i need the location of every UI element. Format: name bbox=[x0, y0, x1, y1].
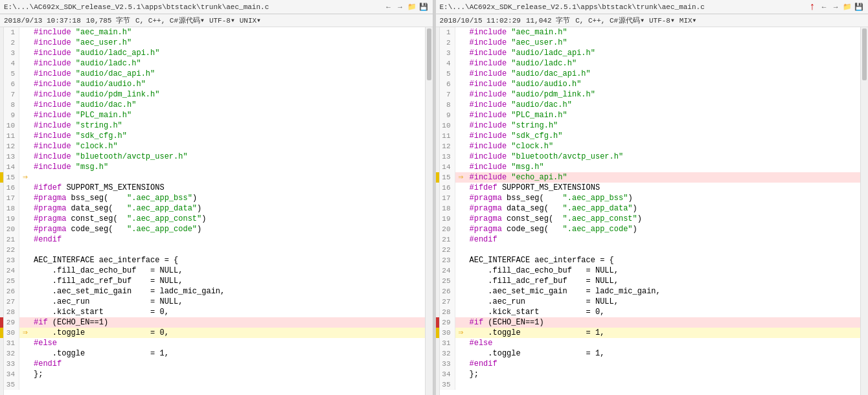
line-number: 27 bbox=[4, 297, 19, 307]
line-number: 21 bbox=[4, 234, 19, 245]
arrow-indicator bbox=[455, 245, 467, 255]
table-row: 18#pragma data_seg( ".aec_app_data") bbox=[4, 203, 425, 214]
line-number: 22 bbox=[4, 245, 19, 255]
line-number: 2 bbox=[4, 38, 19, 48]
left-encoding-dropdown[interactable]: UTF-8 ▼ bbox=[209, 17, 234, 25]
right-scrollbar[interactable] bbox=[860, 27, 868, 395]
table-row: 2#include "aec_user.h" bbox=[4, 38, 425, 48]
right-lang-dropdown[interactable]: C, C++, C# 源代码 ▼ bbox=[575, 16, 644, 25]
code-text: .fill_adc_ref_buf = NULL, bbox=[31, 276, 425, 286]
right-save-icon[interactable]: 💾 bbox=[854, 2, 864, 12]
table-row: 32 .toggle = 1, bbox=[4, 348, 425, 359]
left-date: 2018/9/13 10:37:18 bbox=[4, 17, 81, 25]
code-text: #pragma data_seg( ".aec_app_data") bbox=[31, 203, 425, 214]
code-text: #include "string.h" bbox=[31, 120, 425, 131]
code-text: #else bbox=[467, 338, 861, 348]
code-text: #ifdef SUPPORT_MS_EXTENSIONS bbox=[31, 183, 425, 193]
table-row: 30⇒ .toggle = 0, bbox=[4, 328, 425, 338]
right-lineend-arrow: ▼ bbox=[693, 17, 696, 23]
code-text: #ifdef SUPPORT_MS_EXTENSIONS bbox=[467, 183, 861, 193]
line-number: 17 bbox=[440, 193, 455, 203]
left-lang-label: 源代码 bbox=[179, 16, 200, 25]
arrow-indicator bbox=[19, 38, 31, 48]
line-number: 5 bbox=[4, 69, 19, 79]
left-lang-dropdown[interactable]: C, C++, C# 源代码 ▼ bbox=[135, 16, 204, 25]
arrow-indicator bbox=[19, 307, 31, 317]
code-text: #pragma code_seg( ".aec_app_code") bbox=[467, 224, 861, 234]
right-date: 2018/10/15 11:02:29 bbox=[440, 17, 521, 25]
left-lineend-dropdown[interactable]: UNIX ▼ bbox=[240, 17, 260, 25]
table-row: 10#include "string.h" bbox=[4, 120, 425, 131]
line-number: 10 bbox=[4, 120, 19, 131]
line-number: 25 bbox=[440, 276, 455, 286]
arrow-indicator bbox=[455, 79, 467, 89]
code-text: #endif bbox=[467, 234, 861, 245]
code-text: #include "audio/ladc.h" bbox=[31, 58, 425, 69]
left-back-icon[interactable]: ← bbox=[383, 2, 394, 12]
left-code-content[interactable]: 1#include "aec_main.h"2#include "aec_use… bbox=[0, 27, 433, 395]
table-row: 26 .aec_set_mic_gain = ladc_mic_gain, bbox=[4, 286, 425, 297]
line-number: 33 bbox=[4, 359, 19, 369]
code-text: .toggle = 1, bbox=[31, 348, 425, 359]
right-code-content[interactable]: 1#include "aec_main.h"2#include "aec_use… bbox=[436, 27, 869, 395]
arrow-indicator bbox=[455, 141, 467, 152]
code-text: #endif bbox=[31, 234, 425, 245]
code-text: #include "string.h" bbox=[467, 120, 861, 131]
table-row: 14#include "msg.h" bbox=[440, 162, 861, 172]
arrow-indicator bbox=[19, 297, 31, 307]
arrow-indicator bbox=[455, 359, 467, 369]
arrow-indicator bbox=[19, 359, 31, 369]
arrow-indicator bbox=[455, 369, 467, 379]
table-row: 35 bbox=[440, 379, 861, 390]
table-row: 4#include "audio/ladc.h" bbox=[4, 58, 425, 69]
code-text: #include "echo_api.h" bbox=[467, 172, 861, 183]
arrow-indicator bbox=[455, 265, 467, 276]
left-forward-icon[interactable]: → bbox=[395, 2, 405, 12]
table-row: 25 .fill_adc_ref_buf = NULL, bbox=[4, 276, 425, 286]
table-row: 6#include "audio/audio.h" bbox=[440, 79, 861, 89]
line-number: 3 bbox=[4, 48, 19, 58]
left-save-icon[interactable]: 💾 bbox=[418, 2, 429, 12]
code-text: #include "audio/pdm_link.h" bbox=[31, 89, 425, 100]
right-scrollbar-thumb[interactable] bbox=[862, 28, 867, 80]
arrow-indicator: ⇒ bbox=[19, 328, 31, 338]
right-encoding-dropdown[interactable]: UTF-8 ▼ bbox=[649, 17, 674, 25]
right-folder-icon[interactable]: 📁 bbox=[842, 2, 852, 12]
code-text: #include "clock.h" bbox=[467, 141, 861, 152]
arrow-indicator bbox=[455, 89, 467, 100]
code-text: #include "audio/dac.h" bbox=[467, 100, 861, 110]
left-folder-icon[interactable]: 📁 bbox=[407, 2, 417, 12]
code-text: #include "audio/dac.h" bbox=[31, 100, 425, 110]
line-number: 5 bbox=[440, 69, 455, 79]
arrow-indicator bbox=[19, 120, 31, 131]
code-text: #pragma code_seg( ".aec_app_code") bbox=[31, 224, 425, 234]
arrow-indicator bbox=[455, 48, 467, 58]
arrow-indicator bbox=[19, 69, 31, 79]
line-number: 23 bbox=[440, 255, 455, 265]
arrow-indicator bbox=[455, 214, 467, 224]
table-row: 34}; bbox=[440, 369, 861, 379]
line-number: 20 bbox=[440, 224, 455, 234]
left-lang: C, C++, C# bbox=[135, 17, 178, 25]
arrow-indicator bbox=[19, 245, 31, 255]
code-text bbox=[31, 379, 425, 390]
table-row: 24 .fill_dac_echo_buf = NULL, bbox=[4, 265, 425, 276]
code-text: .toggle = 1, bbox=[467, 328, 861, 338]
line-number: 12 bbox=[440, 141, 455, 152]
right-back-icon[interactable]: ← bbox=[819, 2, 829, 12]
arrow-indicator bbox=[455, 120, 467, 131]
left-scrollbar-thumb[interactable] bbox=[427, 28, 431, 80]
line-number: 6 bbox=[4, 79, 19, 89]
code-text: .kick_start = 0, bbox=[31, 307, 425, 317]
right-forward-icon[interactable]: → bbox=[830, 2, 841, 12]
left-scrollbar[interactable] bbox=[425, 27, 433, 395]
left-encoding-arrow: ▼ bbox=[231, 17, 234, 23]
right-lineend-dropdown[interactable]: MIX ▼ bbox=[680, 17, 696, 25]
right-file-path: E:\...\AC692x_SDK_release_V2.5.1\apps\bt… bbox=[440, 3, 805, 11]
table-row: 33#endif bbox=[4, 359, 425, 369]
table-row: 11#include "sdk_cfg.h" bbox=[4, 131, 425, 141]
table-row: 26 .aec_set_mic_gain = ladc_mic_gain, bbox=[440, 286, 861, 297]
line-number: 30 bbox=[4, 328, 19, 338]
right-path-toolbar: E:\...\AC692x_SDK_release_V2.5.1\apps\bt… bbox=[436, 0, 869, 14]
table-row: 1#include "aec_main.h" bbox=[440, 27, 861, 38]
